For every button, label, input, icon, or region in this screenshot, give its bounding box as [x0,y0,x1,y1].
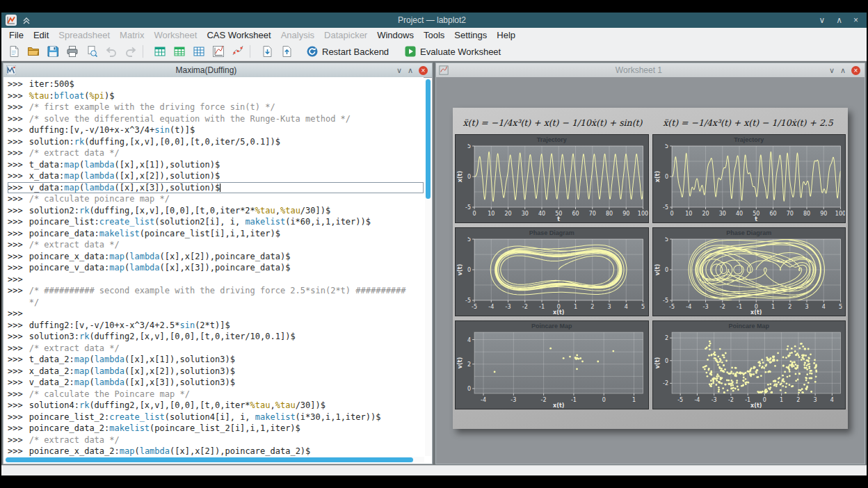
console-line[interactable]: >>>solution3:rk(duffing2,[x,v],[0,0],[t,… [8,331,424,343]
console-prompt: >>> [8,252,23,261]
maximize-button[interactable]: ∧ [836,13,842,28]
titlebar[interactable]: Project — labplot2 ∨∧× [1,13,867,28]
worksheet-window-title: Worksheet 1 [453,65,825,75]
console-line[interactable]: >>> [8,308,424,320]
console-line[interactable]: >>>/* extract data */ [8,239,424,251]
new-workbook-button[interactable] [151,43,169,60]
console-line[interactable]: >>>poincare_x_data_2:map(lambda([x],x[2]… [8,446,424,457]
code-token: ( [89,377,94,387]
console-line[interactable]: >>>solution2:rk(duffing,[x,v],[0,0],[t,0… [8,205,424,217]
console-line[interactable]: >>>duffing2:[v,-v/10+x-x^3/4+2.5*sin(2*t… [8,320,424,332]
new-worksheet-button[interactable] [209,43,227,60]
console-line[interactable]: >>>duffing:[v,-v/10+x-x^3/4+sin(t)]$ [8,124,424,136]
menu-edit[interactable]: Edit [29,28,54,42]
vertical-scrollbar[interactable] [425,78,431,456]
plot-poincare-1[interactable]: Poincare Map-4-3-2-101024x(t)v(t) [455,320,649,409]
minimize-button[interactable]: ∨ [819,13,825,28]
horizontal-scrollbar-thumb[interactable] [6,457,413,462]
menu-windows[interactable]: Windows [372,28,419,42]
maximize-button[interactable]: ∧ [408,66,413,75]
menu-help[interactable]: Help [492,28,520,42]
code-token: map [74,377,90,387]
console-line[interactable]: >>>/* ########## second example with the… [8,285,424,297]
evaluate-worksheet-button[interactable]: Evaluate Worksheet [399,44,506,59]
plot-poincare-2[interactable]: Poincare Map-5-4-3-2-101234-202x(t)v(t) [652,320,846,409]
console-line[interactable]: >>>/* solve the differential equation wi… [8,113,424,125]
console[interactable]: >>>iter:500$>>>%tau:bfloat(%pi)$>>>/* fi… [3,77,424,457]
console-line[interactable]: >>>poincare_list:create_list(solution2[i… [8,216,424,228]
close-button[interactable]: × [853,13,858,28]
restart-backend-button[interactable]: Restart Backend [300,44,394,59]
console-line[interactable]: >>>poincare_v_data:map(lambda([x],x[3]),… [8,262,424,274]
code-token: poincare_x_data: [29,252,110,261]
code-token: t_data_2: [29,355,74,364]
menu-cas-worksheet[interactable]: CAS Worksheet [202,28,275,42]
code-token: (2*t)]$ [195,320,230,330]
console-line[interactable]: >>>/* extract data */ [8,434,424,446]
code-token: /30])$ [300,206,330,215]
new-datapicker-button[interactable] [229,43,247,60]
console-line[interactable]: >>>/* calculate poincare map */ [8,193,424,205]
console-line[interactable]: >>>v_data:map(lambda([x],x[3]),solution)… [8,182,424,194]
close-button[interactable]: × [419,66,428,75]
plot-trajectory-2[interactable]: Trajectory0102030405060708090100-505tx(t… [652,134,846,223]
console-line[interactable]: >>>x_data:map(lambda([x],x[2]),solution)… [8,170,424,182]
redo-button[interactable] [122,43,140,60]
console-line[interactable]: >>>poincare_x_data:map(lambda([x],x[2]),… [8,251,424,263]
print-preview-button[interactable] [83,43,101,60]
print-button[interactable] [63,43,81,60]
plot-phase-1[interactable]: Phase Diagram-5-4-3-2-1012345-505x(t)v(t… [455,227,649,316]
equation-label-2[interactable]: ẍ(t) = −1/4x³(t) + x(t) − 1/10ẋ(t) + 2… [650,115,846,134]
svg-text:20: 20 [702,211,709,217]
console-line[interactable]: >>>/* first example with the driving for… [8,101,424,113]
console-line[interactable]: >>>solution4:rk(duffing2,[x,v],[0,0],[t,… [8,400,424,412]
console-line[interactable]: >>>solution:rk(duffing,[x,v],[0,0],[t,0,… [8,136,424,148]
console-line[interactable]: >>>t_data:map(lambda([x],x[1]),solution)… [8,159,424,171]
console-line[interactable]: >>>t_data_2:map(lambda([x],x[1]),solutio… [8,354,424,366]
vertical-scrollbar-thumb[interactable] [426,79,431,199]
code-token: ( [89,366,94,376]
export-button[interactable] [278,43,296,60]
console-line[interactable]: >>>/* extract data */ [8,147,424,159]
console-line[interactable]: >>>poincare_list_2:create_list(solution4… [8,412,424,423]
worksheet-window-titlebar[interactable]: Worksheet 1 ∨∧× [436,63,865,78]
open-folder-button[interactable] [24,43,42,60]
worksheet-view[interactable]: ẍ(t) = −1/4x³(t) + x(t) − 1/10ẋ(t) + s… [436,77,865,464]
code-token: /* solve the differential equation with … [29,114,351,124]
code-token: ([x],x[2]),poincare_data_2)$ [170,446,310,456]
save-button[interactable] [44,43,62,60]
console-line[interactable]: >>>/* extract data */ [8,343,424,355]
new-document-button[interactable] [5,43,23,60]
maximize-button[interactable]: ∧ [840,66,846,75]
plot-title: Trajectory [653,135,846,144]
menu-file[interactable]: File [4,28,29,42]
minimize-button[interactable]: ∨ [829,66,835,75]
undo-button[interactable] [102,43,120,60]
new-spreadsheet-button[interactable] [170,43,188,60]
menu-settings[interactable]: Settings [449,28,492,42]
close-button[interactable]: × [851,66,860,75]
console-prompt: >>> [8,332,23,341]
plot-trajectory-1[interactable]: Trajectory0102030405060708090100-505tx(t… [455,134,649,223]
horizontal-scrollbar[interactable] [4,457,424,463]
minimize-button[interactable]: ∨ [396,66,402,75]
console-line[interactable]: >>>%tau:bfloat(%pi)$ [8,90,424,102]
console-line[interactable]: >>> [8,274,424,286]
equation-label-1[interactable]: ẍ(t) = −1/4x³(t) + x(t) − 1/10ẋ(t) + s… [455,115,650,134]
cas-worksheet-window: Maxima(Duffing) ∨∧× >>>iter:500$>>>%tau:… [3,63,433,464]
new-matrix-button[interactable] [190,43,208,60]
console-line[interactable]: >>>*/ [8,297,424,309]
menu-tools[interactable]: Tools [419,28,449,42]
console-line[interactable]: >>>x_data_2:map(lambda([x],x[2]),solutio… [8,366,424,377]
console-line[interactable]: >>>poincare_data:makelist(poincare_list[… [8,228,424,240]
console-line[interactable]: >>>iter:500$ [8,79,424,90]
svg-text:t: t [557,216,560,222]
import-button[interactable] [258,43,276,60]
keep-above-icon[interactable] [21,15,32,26]
plot-phase-2[interactable]: Phase Diagram-5-4-3-2-1012345-505x(t)v(t… [652,227,846,316]
console-line[interactable]: >>>v_data_2:map(lambda([x],x[3]),solutio… [8,377,424,389]
svg-text:1: 1 [632,397,636,403]
cas-window-titlebar[interactable]: Maxima(Duffing) ∨∧× [3,63,432,78]
console-line[interactable]: >>>poincare_data_2:makelist(poincare_lis… [8,423,424,434]
console-line[interactable]: >>>/* calculate the Poincare map */ [8,389,424,400]
